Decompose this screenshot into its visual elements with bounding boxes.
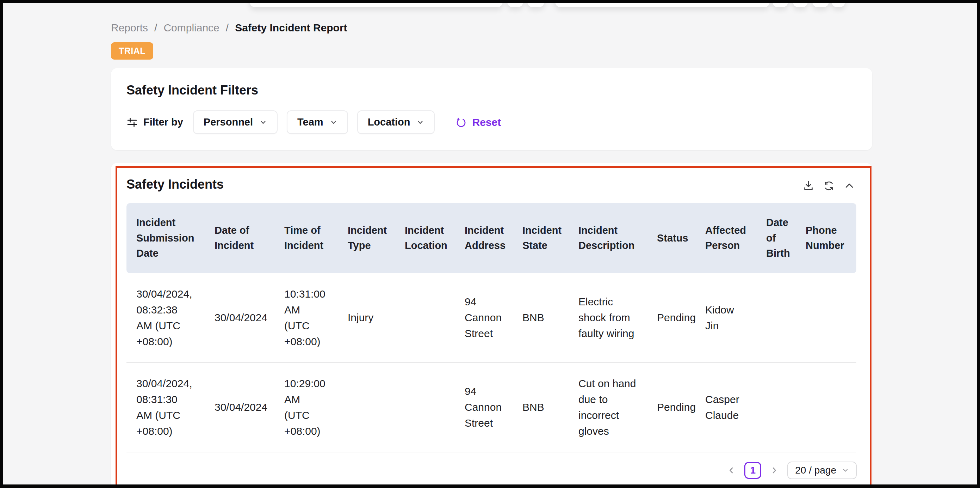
column-header: Date of Birth (756, 203, 796, 273)
cell-status: Pending (647, 273, 695, 362)
cell-time-of-incident: 10:31:00 AM (UTC +08:00) (274, 273, 338, 362)
cell-time-of-incident: 10:29:00 AM (UTC +08:00) (274, 362, 338, 452)
chevron-up-icon (843, 180, 855, 192)
cell-status: Pending (647, 362, 695, 452)
cell-incident-address: 94 Cannon Street (455, 273, 512, 362)
chevron-right-icon (770, 466, 779, 475)
topbar-fragment-button[interactable] (773, 3, 788, 7)
column-header: Incident Address (455, 203, 512, 273)
breadcrumb-item-current: Safety Incident Report (235, 22, 347, 34)
trial-badge: TRIAL (111, 42, 153, 60)
location-filter-dropdown[interactable]: Location (357, 110, 435, 134)
filter-by-label: Filter by (143, 116, 183, 128)
cell-incident-description: Cut on hand due to incorrect gloves (568, 362, 647, 452)
topbar-fragment-button[interactable] (812, 3, 829, 7)
topbar-fragment-searchbar[interactable] (250, 3, 503, 7)
cell-incident-submission-date: 30/04/2024, 08:32:38 AM (UTC +08:00) (126, 273, 205, 362)
column-header: Phone Number (796, 203, 856, 273)
breadcrumb-item-reports[interactable]: Reports (111, 22, 148, 34)
personnel-filter-dropdown[interactable]: Personnel (193, 110, 278, 134)
cell-incident-location (395, 362, 455, 452)
safety-incidents-table: Incident Submission Date Date of Inciden… (126, 203, 856, 452)
table-row: 30/04/2024, 08:32:38 AM (UTC +08:00) 30/… (126, 273, 856, 362)
pagination-next-button[interactable] (768, 466, 780, 475)
incidents-card-title: Safety Incidents (126, 177, 224, 192)
column-header: Affected Person (695, 203, 756, 273)
cell-incident-type: Injury (338, 273, 395, 362)
cell-phone-number (796, 273, 856, 362)
main-content: Reports / Compliance / Safety Incident R… (111, 22, 872, 485)
filter-by-label-group: Filter by (126, 116, 183, 128)
column-header: Incident State (512, 203, 568, 273)
column-header: Incident Type (338, 203, 395, 273)
topbar-fragment-button[interactable] (793, 3, 808, 7)
cell-incident-location (395, 273, 455, 362)
cell-incident-state: BNB (512, 362, 568, 452)
download-button[interactable] (801, 179, 816, 193)
filter-sliders-icon (126, 117, 138, 128)
topbar-fragment-button[interactable] (832, 3, 845, 7)
pagination-page-1[interactable]: 1 (745, 462, 761, 479)
cell-phone-number (796, 362, 856, 452)
topbar-fragment-bar[interactable] (555, 3, 770, 7)
cell-affected-person: Kidow Jin (695, 273, 756, 362)
reset-label: Reset (472, 116, 501, 128)
topbar-fragment-button[interactable] (507, 3, 523, 7)
chevron-down-icon (416, 118, 424, 126)
topbar-fragment-button[interactable] (527, 3, 544, 7)
screenshot-frame: Reports / Compliance / Safety Incident R… (0, 0, 980, 488)
reset-filters-button[interactable]: Reset (453, 116, 503, 129)
reset-icon (455, 116, 467, 128)
pagination: 1 20 / page (126, 462, 857, 479)
cell-incident-state: BNB (512, 273, 568, 362)
collapse-button[interactable] (842, 179, 857, 193)
location-filter-label: Location (368, 116, 410, 128)
cell-incident-address: 94 Cannon Street (455, 362, 512, 452)
sync-icon (823, 180, 835, 192)
table-header-row: Incident Submission Date Date of Inciden… (126, 203, 856, 273)
breadcrumb-item-compliance[interactable]: Compliance (164, 22, 219, 34)
column-header: Incident Description (568, 203, 647, 273)
table-row: 30/04/2024, 08:31:30 AM (UTC +08:00) 30/… (126, 362, 856, 452)
filters-card-title: Safety Incident Filters (126, 83, 857, 98)
column-header: Date of Incident (205, 203, 274, 273)
incidents-card-header: Safety Incidents (126, 177, 857, 193)
cell-incident-submission-date: 30/04/2024, 08:31:30 AM (UTC +08:00) (126, 362, 205, 452)
cell-affected-person: Casper Claude (695, 362, 756, 452)
safety-incident-filters-card: Safety Incident Filters Filter by Person… (111, 68, 872, 150)
cell-date-of-incident: 30/04/2024 (205, 273, 274, 362)
cell-date-of-incident: 30/04/2024 (205, 362, 274, 452)
chevron-down-icon (330, 118, 337, 126)
cell-incident-description: Electric shock from faulty wiring (568, 273, 647, 362)
breadcrumb: Reports / Compliance / Safety Incident R… (111, 22, 872, 34)
team-filter-dropdown[interactable]: Team (287, 110, 348, 134)
chevron-down-icon (259, 118, 267, 126)
chevron-down-icon (842, 467, 849, 474)
chevron-left-icon (727, 466, 736, 475)
cell-incident-type (338, 362, 395, 452)
incidents-toolbar (801, 179, 857, 193)
team-filter-label: Team (298, 116, 323, 128)
page-size-label: 20 / page (795, 465, 836, 476)
column-header: Time of Incident (274, 203, 338, 273)
column-header: Incident Location (395, 203, 455, 273)
column-header: Status (647, 203, 695, 273)
breadcrumb-separator: / (226, 22, 229, 34)
personnel-filter-label: Personnel (204, 116, 253, 128)
safety-incidents-card: Safety Incidents (111, 163, 872, 485)
filters-row: Filter by Personnel Team Location (126, 110, 857, 134)
app-page: Reports / Compliance / Safety Incident R… (3, 3, 977, 485)
pagination-prev-button[interactable] (725, 466, 737, 475)
cell-date-of-birth (756, 362, 796, 452)
column-header: Incident Submission Date (126, 203, 205, 273)
breadcrumb-separator: / (154, 22, 157, 34)
refresh-button[interactable] (821, 179, 836, 193)
page-size-select[interactable]: 20 / page (788, 462, 857, 479)
cell-date-of-birth (756, 273, 796, 362)
download-icon (802, 180, 815, 192)
